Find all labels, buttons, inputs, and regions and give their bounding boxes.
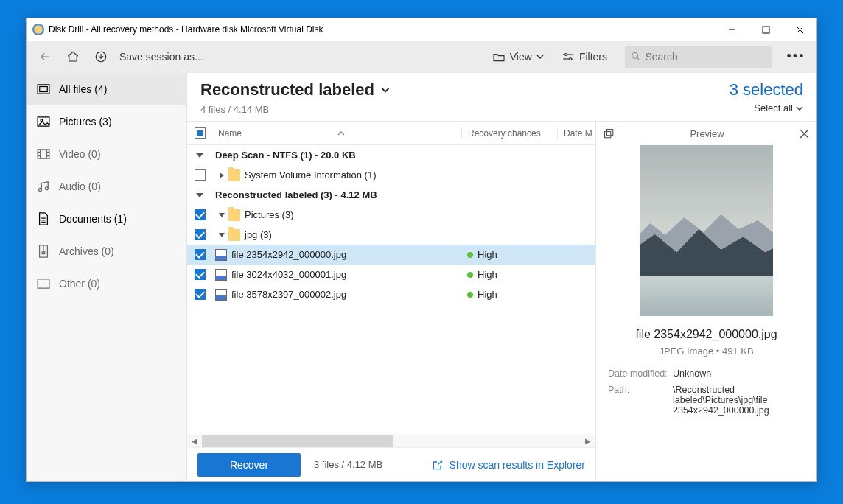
close-button[interactable] (783, 18, 816, 41)
svg-point-11 (632, 52, 638, 58)
row-checkbox[interactable] (195, 249, 206, 260)
preview-pane: Preview file 2354x2942_000000.jpg JPEG I… (595, 122, 816, 481)
search-input[interactable] (645, 51, 766, 63)
folder-row-pictures[interactable]: Pictures (3) (187, 205, 595, 225)
view-dropdown[interactable]: View (485, 44, 551, 69)
audio-icon (37, 180, 50, 193)
folder-row-svi[interactable]: System Volume Information (1) (187, 165, 595, 185)
page-title-dropdown[interactable]: Reconstructed labeled (200, 80, 730, 99)
recovery-label: High (478, 249, 497, 260)
back-button[interactable] (32, 44, 57, 69)
save-session-label[interactable]: Save session as... (119, 51, 203, 63)
col-recovery[interactable]: Recovery chances (461, 128, 557, 139)
svg-marker-34 (220, 172, 224, 178)
sidebar-item-pictures[interactable]: Pictures (3) (27, 105, 186, 138)
sidebar-label: Documents (1) (59, 213, 127, 225)
documents-icon (37, 212, 50, 225)
svg-rect-32 (38, 279, 49, 288)
row-checkbox[interactable] (195, 269, 206, 280)
horizontal-scrollbar[interactable]: ◀ ▶ (187, 434, 595, 447)
filters-button[interactable]: Filters (554, 44, 615, 69)
home-button[interactable] (60, 44, 85, 69)
body: All files (4) Pictures (3) Video (0) Aud… (27, 73, 816, 481)
collapse-icon[interactable] (195, 151, 204, 160)
show-in-explorer-link[interactable]: Show scan results in Explorer (432, 459, 585, 471)
status-dot-icon (467, 292, 473, 298)
scroll-right-icon[interactable]: ▶ (582, 435, 594, 447)
external-link-icon (432, 459, 444, 471)
folder-icon (492, 52, 506, 62)
more-button[interactable]: ••• (781, 49, 811, 64)
path-value: \Reconstructed labeled\Pictures\jpg\file… (673, 385, 805, 416)
collapse-icon[interactable] (195, 191, 204, 200)
svg-rect-31 (42, 252, 45, 254)
sidebar-item-documents[interactable]: Documents (1) (27, 203, 186, 235)
svg-point-10 (569, 57, 571, 60)
status-dot-icon (467, 252, 473, 258)
sidebar-label: Audio (0) (59, 181, 101, 192)
svg-rect-40 (605, 131, 611, 137)
maximize-button[interactable] (749, 18, 783, 41)
svg-point-24 (39, 188, 42, 191)
row-checkbox[interactable] (195, 209, 206, 220)
select-all-dropdown[interactable]: Select all (730, 102, 803, 113)
collapse-icon[interactable] (215, 209, 228, 222)
file-row-2[interactable]: file 3578x2397_000002.jpg High (187, 284, 595, 304)
row-checkbox[interactable] (195, 289, 206, 300)
folder-icon (228, 229, 240, 241)
date-modified-value: Unknown (673, 368, 805, 379)
file-row-0[interactable]: file 2354x2942_000000.jpg High (187, 245, 595, 265)
row-checkbox[interactable] (195, 169, 206, 181)
preview-details: Date modified:Unknown Path:\Reconstructe… (596, 357, 816, 421)
video-icon (37, 147, 50, 161)
svg-point-16 (41, 119, 43, 122)
svg-marker-35 (196, 193, 203, 197)
footer-info: 3 files / 4.12 MB (314, 459, 382, 470)
chevron-down-icon (536, 53, 544, 60)
window-controls (715, 18, 816, 41)
recovery-label: High (478, 289, 497, 300)
sidebar-item-video[interactable]: Video (0) (27, 138, 186, 170)
close-preview-icon[interactable] (800, 129, 809, 139)
recover-button[interactable]: Recover (197, 453, 301, 477)
svg-rect-14 (40, 87, 48, 92)
search-box[interactable] (625, 46, 772, 68)
view-label: View (510, 51, 532, 63)
col-date[interactable]: Date M (557, 128, 595, 139)
chevron-down-icon (796, 105, 803, 112)
app-icon (32, 24, 44, 35)
col-name[interactable]: Name (212, 128, 461, 139)
sliders-icon (562, 52, 575, 62)
status-dot-icon (467, 272, 473, 278)
svg-rect-39 (607, 129, 613, 135)
folder-icon (228, 209, 240, 221)
sidebar-item-archives[interactable]: Archives (0) (27, 235, 186, 267)
group-row-reconstructed[interactable]: Reconstructed labeled (3) - 4.12 MB (187, 185, 595, 205)
svg-point-9 (564, 53, 567, 55)
collapse-icon[interactable] (215, 228, 228, 242)
svg-marker-37 (219, 233, 225, 237)
preview-header: Preview (596, 122, 816, 145)
column-header: Name Recovery chances Date M (187, 122, 595, 145)
sidebar: All files (4) Pictures (3) Video (0) Aud… (27, 73, 187, 481)
sidebar-item-allfiles[interactable]: All files (4) (27, 73, 186, 105)
sidebar-item-other[interactable]: Other (0) (27, 267, 186, 300)
sidebar-item-audio[interactable]: Audio (0) (27, 170, 186, 203)
svg-line-38 (438, 461, 442, 465)
copy-icon[interactable] (604, 128, 615, 139)
file-row-1[interactable]: file 3024x4032_000001.jpg High (187, 265, 595, 284)
preview-image (640, 145, 773, 316)
folder-row-jpg[interactable]: jpg (3) (187, 225, 595, 245)
minimize-button[interactable] (715, 18, 749, 41)
row-label: file 2354x2942_000000.jpg (231, 249, 346, 260)
scroll-thumb[interactable] (202, 435, 393, 447)
scroll-left-icon[interactable]: ◀ (189, 435, 200, 447)
select-all-checkbox[interactable] (195, 127, 206, 139)
app-window: Disk Drill - All recovery methods - Hard… (26, 18, 817, 482)
search-icon (631, 51, 640, 62)
group-row-deepscan[interactable]: Deep Scan - NTFS (1) - 20.0 KB (187, 145, 595, 165)
row-checkbox[interactable] (195, 229, 206, 240)
row-label: file 3024x4032_000001.jpg (231, 269, 346, 280)
expand-icon[interactable] (215, 169, 228, 182)
save-session-button[interactable] (88, 44, 113, 69)
